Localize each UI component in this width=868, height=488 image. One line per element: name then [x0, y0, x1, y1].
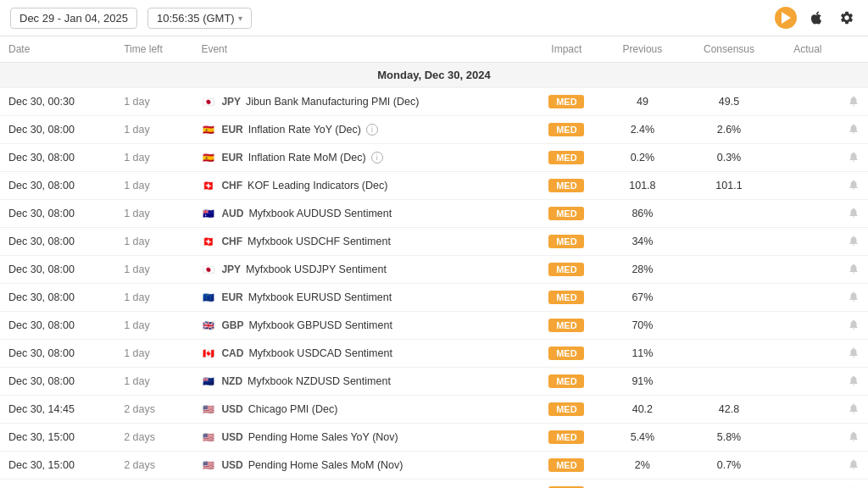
currency-code: USD: [221, 459, 242, 471]
row-actual: [776, 284, 839, 312]
row-date: Dec 30, 08:00: [0, 228, 115, 256]
row-impact[interactable]: MED: [530, 396, 603, 424]
row-date: Dec 30, 08:00: [0, 368, 115, 396]
economic-calendar-table: Date Time left Event Impact Previous Con…: [0, 36, 868, 488]
row-actual: [776, 368, 839, 396]
date-range[interactable]: Dec 29 - Jan 04, 2025: [10, 8, 137, 29]
currency-code: USD: [221, 431, 242, 443]
row-bell[interactable]: [839, 256, 868, 284]
row-bell[interactable]: [839, 284, 868, 312]
currency-code: EUR: [221, 124, 242, 136]
flag-icon: 🇨🇦: [201, 346, 216, 361]
row-bell[interactable]: [839, 200, 868, 228]
row-date: Dec 30, 08:00: [0, 116, 115, 144]
row-consensus: [682, 368, 776, 396]
row-time-left: 1 day: [115, 228, 192, 256]
row-actual: [776, 172, 839, 200]
row-impact[interactable]: MED: [530, 228, 603, 256]
row-actual: [776, 396, 839, 424]
row-consensus: 0.7%: [682, 452, 776, 480]
impact-badge: MED: [548, 430, 584, 444]
row-bell[interactable]: [839, 452, 868, 480]
currency-code: CHF: [221, 180, 242, 191]
row-impact[interactable]: MED: [530, 480, 603, 489]
row-impact[interactable]: MED: [530, 88, 603, 116]
row-consensus: [682, 312, 776, 340]
row-impact[interactable]: MED: [530, 284, 603, 312]
row-bell[interactable]: [839, 340, 868, 368]
row-bell[interactable]: [839, 424, 868, 452]
row-actual: [776, 312, 839, 340]
info-icon[interactable]: i: [366, 124, 378, 136]
row-bell[interactable]: [839, 312, 868, 340]
row-impact[interactable]: MED: [530, 452, 603, 480]
table-row: Dec 30, 08:00 1 day 🇨🇭 CHF KOF Leading I…: [0, 172, 868, 200]
currency-code: EUR: [221, 152, 242, 164]
row-bell[interactable]: [839, 144, 868, 172]
row-impact[interactable]: MED: [530, 368, 603, 396]
settings-icon[interactable]: [836, 7, 858, 29]
row-time-left: 1 day: [115, 116, 192, 144]
row-bell[interactable]: [839, 172, 868, 200]
row-consensus: [682, 228, 776, 256]
event-name: Myfxbook USDJPY Sentiment: [246, 263, 387, 275]
table-row: Dec 30, 08:00 1 day 🇦🇺 AUD Myfxbook AUDU…: [0, 200, 868, 228]
row-bell[interactable]: [839, 368, 868, 396]
row-previous: 11%: [604, 340, 682, 368]
row-previous: 0.2%: [604, 144, 682, 172]
row-time-left: 1 day: [115, 256, 192, 284]
col-event: Event: [192, 36, 530, 63]
row-bell[interactable]: [839, 88, 868, 116]
table-row: Dec 30, 08:00 1 day 🇯🇵 JPY Myfxbook USDJ…: [0, 256, 868, 284]
row-time-left: 2 days: [115, 396, 192, 424]
row-previous: 2%: [604, 452, 682, 480]
row-time-left: 1 day: [115, 144, 192, 172]
row-bell[interactable]: [839, 396, 868, 424]
row-bell[interactable]: [839, 116, 868, 144]
row-time-left: 1 day: [115, 340, 192, 368]
flag-icon: 🇺🇸: [201, 402, 216, 417]
row-date: Dec 30, 14:45: [0, 396, 115, 424]
row-date: Dec 30, 08:00: [0, 312, 115, 340]
row-impact[interactable]: MED: [530, 340, 603, 368]
row-consensus: 101.1: [682, 172, 776, 200]
event-name: Pending Home Sales YoY (Nov): [248, 431, 398, 443]
flag-icon: 🇬🇧: [201, 318, 216, 333]
row-event: 🇪🇸 EUR Inflation Rate MoM (Dec) i: [192, 144, 530, 172]
impact-badge: MED: [548, 291, 584, 304]
col-date: Date: [0, 36, 115, 63]
svg-marker-0: [782, 12, 791, 24]
row-impact[interactable]: MED: [530, 116, 603, 144]
row-impact[interactable]: MED: [530, 256, 603, 284]
table-row: Dec 30, 00:30 1 day 🇯🇵 JPY Jibun Bank Ma…: [0, 88, 868, 116]
table-row: Dec 30, 08:00 1 day 🇪🇸 EUR Inflation Rat…: [0, 144, 868, 172]
row-bell[interactable]: [839, 228, 868, 256]
info-icon[interactable]: i: [371, 152, 383, 164]
row-impact[interactable]: MED: [530, 424, 603, 452]
time-gmt[interactable]: 10:56:35 (GMT) ▾: [147, 8, 252, 29]
flag-icon: 🇨🇭: [201, 178, 216, 193]
event-name: Jibun Bank Manufacturing PMI (Dec): [246, 96, 419, 108]
play-button[interactable]: [775, 7, 797, 29]
impact-badge: MED: [548, 95, 584, 108]
event-name: Chicago PMI (Dec): [248, 403, 338, 415]
currency-code: CHF: [221, 236, 242, 247]
row-date: Dec 30, 08:00: [0, 172, 115, 200]
row-consensus: [682, 256, 776, 284]
col-impact: Impact: [530, 36, 603, 63]
apple-icon[interactable]: [805, 7, 827, 29]
row-impact[interactable]: MED: [530, 200, 603, 228]
flag-icon: 🇺🇸: [201, 458, 216, 473]
row-bell[interactable]: [839, 480, 868, 489]
impact-badge: MED: [548, 319, 584, 332]
row-previous: -2.7: [604, 480, 682, 489]
table-row: Dec 30, 08:00 1 day 🇳🇿 NZD Myfxbook NZDU…: [0, 368, 868, 396]
col-time-left: Time left: [115, 36, 192, 63]
row-impact[interactable]: MED: [530, 172, 603, 200]
row-event: 🇨🇭 CHF KOF Leading Indicators (Dec): [192, 172, 530, 200]
event-name: Pending Home Sales MoM (Nov): [248, 459, 403, 471]
row-impact[interactable]: MED: [530, 312, 603, 340]
time-dropdown-arrow: ▾: [238, 14, 242, 23]
impact-badge: MED: [548, 207, 584, 220]
row-impact[interactable]: MED: [530, 144, 603, 172]
